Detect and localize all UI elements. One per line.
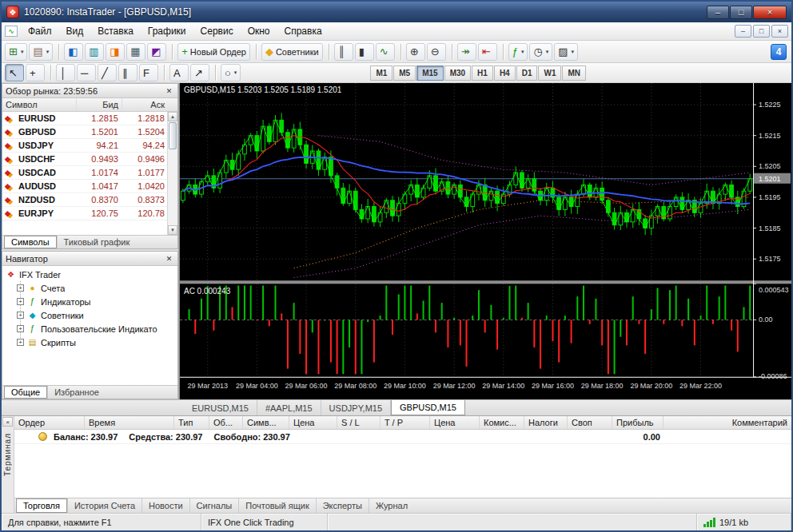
- tree-item-custom-indicators[interactable]: +ƒПользовательские Индикато: [2, 322, 177, 335]
- timeframe-m15-button[interactable]: M15: [416, 66, 443, 81]
- new-order-button[interactable]: +Новый Ордер: [177, 43, 250, 61]
- expand-icon[interactable]: +: [17, 284, 24, 292]
- symbol-row-usdcad[interactable]: ◆USDCAD1.01741.0177: [2, 166, 177, 180]
- chart-mdi-icon[interactable]: ∿: [5, 26, 18, 37]
- price-chart[interactable]: 29 Mar 201329 Mar 04:0029 Mar 06:0029 Ma…: [180, 83, 791, 399]
- symbol-row-nzdusd[interactable]: ◆NZDUSD0.83700.8373: [2, 193, 177, 207]
- indicators-button[interactable]: ƒ▾: [508, 43, 528, 61]
- timeframe-h4-button[interactable]: H4: [494, 66, 516, 81]
- terminal-column-4[interactable]: Симв...: [243, 416, 289, 429]
- line-mode-button[interactable]: ∿: [376, 43, 395, 61]
- scroll-track[interactable]: [168, 150, 177, 225]
- scroll-thumb[interactable]: [169, 122, 177, 149]
- mdi-restore-button[interactable]: □: [753, 25, 770, 38]
- market-watch-toggle-button[interactable]: ◧: [64, 43, 83, 61]
- market-watch-scrollbar[interactable]: ▲▼: [167, 112, 177, 235]
- terminal-tab-experts[interactable]: Эксперты: [316, 498, 369, 513]
- expand-icon[interactable]: +: [17, 325, 24, 332]
- terminal-column-2[interactable]: Тип: [174, 416, 209, 429]
- expand-icon[interactable]: +: [17, 312, 24, 319]
- expert-advisors-button[interactable]: ◆Советники: [261, 43, 323, 61]
- terminal-tab-trade[interactable]: Торговля: [16, 498, 67, 513]
- bars-mode-button[interactable]: ║: [334, 43, 353, 61]
- maximize-button[interactable]: □: [730, 6, 752, 19]
- terminal-column-13[interactable]: Комментарий: [663, 416, 791, 429]
- tree-item-accounts[interactable]: +●Счета: [2, 281, 177, 295]
- column-header-bid[interactable]: Бид: [76, 98, 122, 111]
- terminal-column-8[interactable]: Цена: [430, 416, 480, 429]
- market-watch-tab-symbols[interactable]: Символы: [4, 236, 57, 248]
- menu-charts[interactable]: Графики: [141, 23, 193, 39]
- data-window-toggle-button[interactable]: ▥: [85, 43, 104, 61]
- tree-item-scripts[interactable]: +▤Скрипты: [2, 335, 177, 349]
- symbol-row-eurjpy[interactable]: ◆EURJPY120.75120.78: [2, 207, 177, 220]
- terminal-column-1[interactable]: Время: [85, 416, 174, 429]
- trendline-button[interactable]: ╱: [98, 64, 117, 81]
- community-button[interactable]: 4: [771, 44, 787, 60]
- terminal-column-7[interactable]: T / P: [381, 416, 430, 429]
- timeframe-h1-button[interactable]: H1: [472, 66, 493, 81]
- menu-window[interactable]: Окно: [241, 23, 277, 39]
- column-header-ask[interactable]: Аск: [122, 98, 177, 111]
- expand-icon[interactable]: +: [17, 339, 24, 346]
- mdi-minimize-button[interactable]: –: [735, 25, 751, 38]
- terminal-tab-account-history[interactable]: История Счета: [67, 498, 141, 513]
- expand-icon[interactable]: +: [17, 298, 24, 305]
- scroll-up-icon[interactable]: ▲: [168, 112, 177, 121]
- tree-root-ifx-trader[interactable]: ❖IFX Trader: [2, 268, 177, 281]
- new-chart-button[interactable]: ⊞▾: [5, 43, 27, 61]
- symbol-row-usdjpy[interactable]: ◆USDJPY94.2194.24: [2, 139, 177, 153]
- chart-shift-button[interactable]: ⇤: [478, 43, 497, 61]
- navigator-tab-favorites[interactable]: Избранное: [47, 386, 106, 399]
- timeframe-d1-button[interactable]: D1: [516, 66, 538, 81]
- one-click-trading-section[interactable]: IFX One Click Trading: [201, 514, 328, 530]
- strategy-tester-toggle-button[interactable]: ◩: [147, 43, 166, 61]
- terminal-tab-signals[interactable]: Сигналы: [189, 498, 239, 513]
- close-button[interactable]: ×: [753, 6, 787, 19]
- scroll-down-icon[interactable]: ▼: [168, 225, 177, 235]
- chart-tab-usdjpy[interactable]: USDJPY,M15: [321, 400, 391, 415]
- title-bar[interactable]: ❖ 1020890: InstaTrader - [GBPUSD,M15] – …: [2, 2, 791, 22]
- chart-tab-aapl[interactable]: #AAPL,M15: [257, 400, 321, 415]
- symbol-row-usdchf[interactable]: ◆USDCHF0.94930.9496: [2, 153, 177, 166]
- text-label-button[interactable]: A: [169, 64, 189, 81]
- menu-help[interactable]: Справка: [277, 23, 329, 39]
- navigator-close-icon[interactable]: ✕: [164, 254, 174, 264]
- auto-scroll-button[interactable]: ↠: [457, 43, 476, 61]
- terminal-column-10[interactable]: Налоги: [524, 416, 568, 429]
- zoom-in-button[interactable]: ⊕: [406, 43, 425, 61]
- market-watch-tab-tick-chart[interactable]: Тиковый график: [57, 236, 137, 248]
- chart-tab-gbpusd[interactable]: GBPUSD,M15: [391, 400, 465, 415]
- timeframe-w1-button[interactable]: W1: [538, 66, 561, 81]
- timeframe-m30-button[interactable]: M30: [444, 66, 471, 81]
- terminal-column-3[interactable]: Об...: [209, 416, 243, 429]
- terminal-column-9[interactable]: Комис...: [480, 416, 524, 429]
- timeframe-mn-button[interactable]: MN: [562, 66, 586, 81]
- equidistant-channel-button[interactable]: ∥: [118, 64, 137, 81]
- terminal-close-icon[interactable]: ×: [2, 417, 13, 427]
- candles-mode-button[interactable]: ▮: [355, 43, 374, 61]
- periods-button[interactable]: ◷▾: [529, 43, 552, 61]
- menu-view[interactable]: Вид: [59, 23, 91, 39]
- terminal-column-6[interactable]: S / L: [337, 416, 381, 429]
- cursor-button[interactable]: ↖: [5, 64, 24, 81]
- profiles-button[interactable]: ▤▾: [29, 43, 53, 61]
- navigator-tab-common[interactable]: Общие: [4, 386, 47, 399]
- navigator-toggle-button[interactable]: ◨: [106, 43, 125, 61]
- mdi-close-button[interactable]: ×: [771, 25, 788, 38]
- tree-item-indicators[interactable]: +ƒИндикаторы: [2, 295, 177, 308]
- chart-tab-eurusd[interactable]: EURUSD,M15: [184, 400, 257, 415]
- terminal-column-12[interactable]: Прибыль: [612, 416, 663, 429]
- market-watch-close-icon[interactable]: ✕: [164, 86, 174, 96]
- terminal-tab-journal[interactable]: Журнал: [369, 498, 414, 513]
- terminal-column-5[interactable]: Цена: [289, 416, 337, 429]
- terminal-column-11[interactable]: Своп: [568, 416, 612, 429]
- shapes-button[interactable]: ○▾: [221, 64, 241, 81]
- terminal-toggle-button[interactable]: ▦: [126, 43, 145, 61]
- fibonacci-button[interactable]: F: [139, 64, 158, 81]
- menu-insert[interactable]: Вставка: [90, 23, 141, 39]
- timeframe-m5-button[interactable]: M5: [393, 66, 416, 81]
- horizontal-line-button[interactable]: ─: [77, 64, 96, 81]
- terminal-column-0[interactable]: Ордер: [14, 416, 85, 429]
- timeframe-m1-button[interactable]: M1: [370, 66, 393, 81]
